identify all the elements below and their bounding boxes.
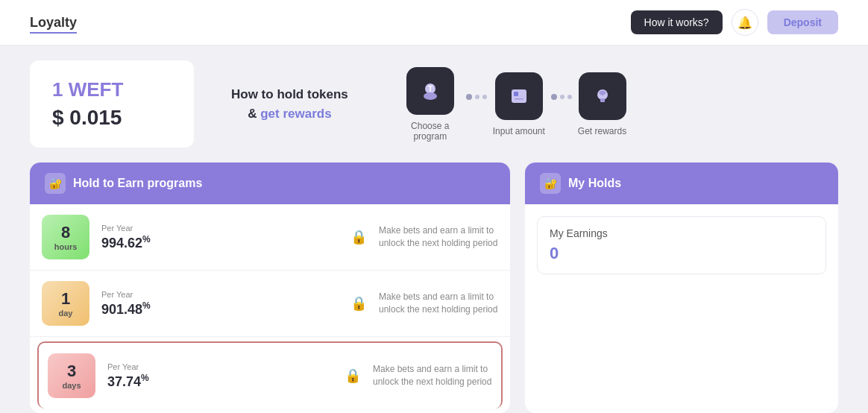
bell-icon: 🔔	[738, 16, 752, 30]
holds-header-title: My Holds	[568, 177, 621, 190]
svg-text:T: T	[428, 85, 433, 93]
step-input-amount: Input amount	[493, 72, 545, 136]
svg-rect-5	[515, 98, 523, 100]
svg-point-1	[424, 92, 437, 100]
dot	[466, 94, 472, 100]
deposit-button[interactable]: Deposit	[767, 10, 838, 34]
token-name: 1 WEFT	[52, 78, 172, 101]
dot	[567, 95, 572, 99]
header-actions: How it works? 🔔 Deposit	[631, 9, 838, 36]
choose-program-icon: T	[406, 67, 454, 115]
per-year-value-1day: 901.48%	[101, 300, 339, 318]
program-info-3days: Per Year 37.74%	[107, 362, 333, 390]
get-rewards-icon	[579, 72, 626, 120]
programs-panel: 🔐 Hold to Earn programs 8 hours Per Year…	[30, 163, 510, 413]
time-badge-3days: 3 days	[48, 353, 95, 398]
how-it-works-button[interactable]: How it works?	[631, 10, 723, 34]
lock-icon-3days: 🔒	[345, 368, 361, 384]
holds-header-icon: 🔐	[540, 173, 561, 194]
earnings-card: My Earnings 0	[537, 216, 826, 274]
dots-1	[466, 94, 487, 100]
programs-header-title: Hold to Earn programs	[73, 177, 202, 190]
time-badge-8hours: 8 hours	[42, 215, 89, 259]
dot	[551, 94, 557, 100]
time-badge-1day: 1 day	[42, 281, 89, 326]
program-info-1day: Per Year 901.48%	[101, 290, 339, 318]
input-amount-icon	[495, 72, 543, 120]
dot	[482, 95, 487, 99]
token-card: 1 WEFT $ 0.015	[30, 60, 194, 148]
dots-2	[551, 94, 572, 100]
programs-header: 🔐 Hold to Earn programs	[30, 163, 510, 204]
get-rewards-link[interactable]: get rewards	[260, 107, 331, 121]
dot	[475, 95, 479, 99]
bottom-section: 🔐 Hold to Earn programs 8 hours Per Year…	[30, 163, 838, 413]
svg-rect-4	[514, 92, 518, 96]
per-year-value-3days: 37.74%	[107, 373, 333, 390]
top-section: 1 WEFT $ 0.015 How to hold tokens & get …	[30, 60, 838, 148]
step-get-rewards: Get rewards	[578, 72, 626, 136]
holds-header: 🔐 My Holds	[525, 163, 838, 204]
svg-rect-3	[512, 89, 526, 103]
how-to-hold: How to hold tokens & get rewards	[216, 85, 363, 123]
page-title: Loyalty	[30, 15, 77, 31]
notifications-button[interactable]: 🔔	[732, 9, 758, 36]
earnings-label: My Earnings	[550, 227, 814, 239]
dot	[560, 95, 564, 99]
step-choose-program: T Choose a program	[400, 67, 460, 142]
svg-rect-7	[600, 98, 605, 102]
step-choose-label: Choose a program	[400, 121, 460, 142]
how-to-hold-text: How to hold tokens & get rewards	[231, 85, 348, 123]
token-price: $ 0.015	[52, 106, 172, 130]
holds-body: My Earnings 0	[525, 204, 838, 286]
main-content: 1 WEFT $ 0.015 How to hold tokens & get …	[0, 45, 868, 413]
header: Loyalty How it works? 🔔 Deposit	[0, 0, 868, 45]
holds-panel: 🔐 My Holds My Earnings 0	[525, 163, 838, 413]
program-row-8hours[interactable]: 8 hours Per Year 994.62% 🔒 Make bets and…	[30, 204, 510, 271]
step-input-label: Input amount	[493, 126, 545, 136]
lock-icon-8hours: 🔒	[350, 229, 367, 245]
program-row-1day[interactable]: 1 day Per Year 901.48% 🔒 Make bets and e…	[30, 271, 510, 337]
program-info-8hours: Per Year 994.62%	[101, 224, 339, 251]
programs-header-icon: 🔐	[45, 173, 66, 194]
steps: T Choose a program	[400, 67, 626, 142]
lock-icon-1day: 🔒	[350, 295, 367, 312]
earnings-value: 0	[550, 244, 814, 263]
per-year-value-8hours: 994.62%	[101, 234, 339, 251]
program-row-3days[interactable]: 3 days Per Year 37.74% 🔒 Make bets and e…	[37, 341, 503, 409]
step-rewards-label: Get rewards	[578, 126, 626, 136]
